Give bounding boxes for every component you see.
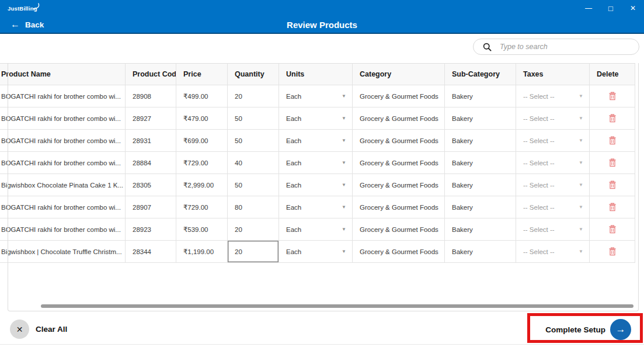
units-dropdown[interactable]: Each▼ [279,130,353,152]
delete-button[interactable] [590,174,635,196]
taxes-dropdown[interactable]: -- Select --▼ [516,130,590,152]
quantity-cell[interactable]: 40 [228,152,279,174]
product-name-cell: BOGATCHI rakhi for brother combo wi... [0,196,126,218]
logo-swoosh-icon [33,3,42,10]
column-header-taxes: Taxes [516,64,590,85]
units-value: Each [286,204,301,211]
products-table: Product NameProduct CodePriceQuantityUni… [0,63,635,263]
units-dropdown[interactable]: Each▼ [279,241,353,263]
delete-button[interactable] [590,107,635,130]
product-name-cell: BOGATCHI rakhi for brother combo wi... [0,130,126,152]
chevron-down-icon: ▼ [579,227,583,232]
chevron-down-icon: ▼ [579,249,583,254]
delete-button[interactable] [590,241,635,263]
taxes-placeholder: -- Select -- [523,226,555,233]
product-code-cell: 28923 [126,218,176,241]
price-cell: ₹729.00 [176,152,228,174]
units-dropdown[interactable]: Each▼ [279,174,353,196]
product-code-cell: 28305 [126,174,176,196]
sub-category-cell: Bakery [445,130,516,152]
delete-button[interactable] [590,130,635,152]
category-cell: Grocery & Gourmet Foods [353,174,445,196]
quantity-cell[interactable]: 50 [228,174,279,196]
quantity-cell[interactable]: 50 [228,107,279,130]
column-header-sub-category: Sub-Category [445,64,516,85]
product-code-cell: 28927 [126,107,176,130]
taxes-dropdown[interactable]: -- Select --▼ [516,107,590,130]
product-code-cell: 28908 [126,85,176,107]
taxes-placeholder: -- Select -- [523,93,555,100]
chevron-down-icon: ▼ [342,227,346,232]
quantity-cell[interactable]: 20 [228,218,279,241]
column-header-units: Units [279,64,353,85]
table-row: BOGATCHI rakhi for brother combo wi...28… [0,130,635,152]
table-row: BOGATCHI rakhi for brother combo wi...28… [0,218,635,241]
delete-button[interactable] [590,218,635,241]
price-cell: ₹1,199.00 [176,241,228,263]
chevron-down-icon: ▼ [342,116,346,121]
units-value: Each [286,226,301,233]
sub-category-cell: Bakery [445,218,516,241]
sub-category-cell: Bakery [445,241,516,263]
taxes-dropdown[interactable]: -- Select --▼ [516,85,590,107]
product-name-cell: BOGATCHI rakhi for brother combo wi... [0,218,126,241]
chevron-down-icon: ▼ [579,116,583,121]
category-cell: Grocery & Gourmet Foods [353,218,445,241]
sub-category-cell: Bakery [445,107,516,130]
clear-all-label: Clear All [36,325,67,334]
nav-bar: ← Back Review Products [0,16,644,34]
taxes-placeholder: -- Select -- [523,182,555,189]
chevron-down-icon: ▼ [579,182,583,188]
price-cell: ₹479.00 [176,107,228,130]
units-dropdown[interactable]: Each▼ [279,85,353,107]
trash-icon [608,247,617,256]
category-cell: Grocery & Gourmet Foods [353,85,445,107]
taxes-dropdown[interactable]: -- Select --▼ [516,218,590,241]
units-dropdown[interactable]: Each▼ [279,107,353,130]
taxes-placeholder: -- Select -- [523,159,555,166]
quantity-cell[interactable]: 20 [228,85,279,107]
close-button[interactable]: ✕ [622,0,644,16]
category-cell: Grocery & Gourmet Foods [353,152,445,174]
price-cell: ₹499.00 [176,85,228,107]
search-box [473,39,639,55]
units-dropdown[interactable]: Each▼ [279,152,353,174]
quantity-cell[interactable]: 20 [228,241,279,263]
product-code-cell: 28884 [126,152,176,174]
category-cell: Grocery & Gourmet Foods [353,196,445,218]
delete-button[interactable] [590,152,635,174]
units-value: Each [286,93,301,100]
horizontal-scrollbar[interactable] [41,304,633,308]
delete-button[interactable] [590,196,635,218]
units-dropdown[interactable]: Each▼ [279,196,353,218]
column-header-quantity: Quantity [228,64,279,85]
quantity-cell[interactable]: 80 [228,196,279,218]
taxes-placeholder: -- Select -- [523,248,555,255]
maximize-button[interactable]: □ [600,0,622,16]
price-cell: ₹699.00 [176,130,228,152]
trash-icon [608,225,617,234]
product-name-cell: Bigwishbox Chocolate Pinata Cake 1 K... [0,174,126,196]
units-value: Each [286,159,301,166]
search-input[interactable] [500,43,628,51]
category-cell: Grocery & Gourmet Foods [353,130,445,152]
column-header-product-name: Product Name [0,64,126,85]
column-header-category: Category [353,64,445,85]
chevron-down-icon: ▼ [579,160,583,165]
column-header-price: Price [176,64,228,85]
product-name-cell: BOGATCHI rakhi for brother combo wi... [0,85,126,107]
minimize-button[interactable]: — [577,0,600,16]
taxes-dropdown[interactable]: -- Select --▼ [516,196,590,218]
clear-all-button[interactable]: ✕ Clear All [10,320,67,339]
delete-button[interactable] [590,85,635,107]
units-dropdown[interactable]: Each▼ [279,218,353,241]
taxes-dropdown[interactable]: -- Select --▼ [516,174,590,196]
product-name-cell: BOGATCHI rakhi for brother combo wi... [0,107,126,130]
arrow-right-icon: → [610,319,631,340]
trash-icon [608,136,617,145]
quantity-cell[interactable]: 50 [228,130,279,152]
taxes-dropdown[interactable]: -- Select --▼ [516,241,590,263]
taxes-dropdown[interactable]: -- Select --▼ [516,152,590,174]
complete-setup-button[interactable]: Complete Setup → [545,319,631,340]
table-header-row: Product NameProduct CodePriceQuantityUni… [0,64,635,85]
